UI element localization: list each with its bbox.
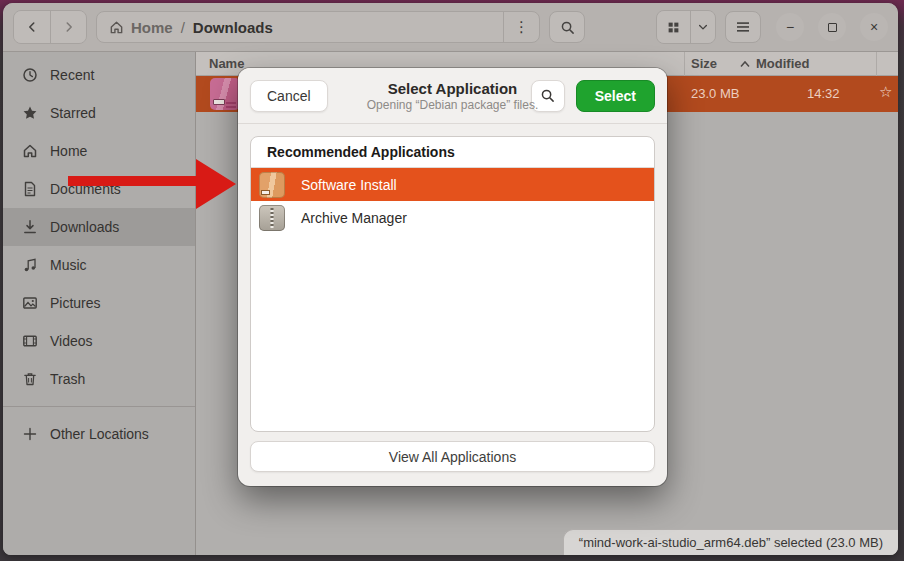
grid-view-button[interactable] bbox=[657, 11, 690, 43]
close-icon: × bbox=[870, 19, 878, 35]
headerbar: Home / Downloads ⋮ bbox=[3, 3, 898, 52]
desktop-background: Home / Downloads ⋮ bbox=[0, 0, 904, 561]
app-name-label: Archive Manager bbox=[301, 210, 407, 226]
path-options-button[interactable]: ⋮ bbox=[503, 12, 539, 42]
file-size: 23.0 MB bbox=[691, 86, 739, 101]
sidebar-item-downloads[interactable]: Downloads bbox=[3, 208, 195, 246]
kebab-menu-icon: ⋮ bbox=[514, 18, 529, 36]
column-size[interactable]: Size bbox=[691, 56, 717, 71]
chevron-right-icon bbox=[62, 20, 76, 34]
hamburger-menu-icon bbox=[736, 21, 750, 33]
breadcrumb: Home / Downloads bbox=[97, 19, 503, 36]
package-line-decoration bbox=[226, 102, 236, 104]
view-options-button[interactable] bbox=[690, 11, 715, 43]
column-divider bbox=[684, 52, 685, 76]
sidebar-item-label: Videos bbox=[50, 333, 93, 349]
sidebar-item-label: Trash bbox=[50, 371, 85, 387]
navigation-buttons bbox=[13, 10, 87, 44]
package-label-decoration bbox=[213, 99, 225, 105]
home-icon bbox=[22, 143, 38, 159]
dialog-headerbar: Cancel Select Application Opening “Debia… bbox=[238, 68, 667, 124]
home-icon bbox=[109, 20, 124, 35]
view-toggle-group bbox=[656, 10, 716, 44]
file-modified-time: 14:32 bbox=[807, 86, 840, 101]
select-button-label: Select bbox=[595, 88, 636, 104]
sidebar-item-label: Home bbox=[50, 143, 87, 159]
zipper-decoration bbox=[271, 208, 274, 228]
chevron-down-icon bbox=[697, 21, 709, 33]
archive-zip-icon bbox=[259, 205, 285, 231]
close-button[interactable]: × bbox=[860, 13, 888, 41]
breadcrumb-separator: / bbox=[181, 19, 185, 36]
column-name[interactable]: Name bbox=[209, 56, 244, 71]
document-icon bbox=[22, 181, 38, 197]
selection-status-bar: “mind-work-ai-studio_arm64.deb” selected… bbox=[563, 529, 898, 555]
recommended-applications-header: Recommended Applications bbox=[251, 137, 654, 168]
sidebar-item-label: Starred bbox=[50, 105, 96, 121]
sidebar-item-pictures[interactable]: Pictures bbox=[3, 284, 195, 322]
window-controls: − × bbox=[776, 13, 888, 41]
breadcrumb-home[interactable]: Home bbox=[109, 19, 173, 36]
package-label-decoration bbox=[261, 190, 270, 195]
maximize-button[interactable] bbox=[818, 13, 846, 41]
search-icon bbox=[560, 20, 575, 35]
sidebar-item-videos[interactable]: Videos bbox=[3, 322, 195, 360]
application-list: Recommended Applications Software Instal… bbox=[250, 136, 655, 432]
music-note-icon bbox=[22, 257, 38, 273]
sidebar-item-recent[interactable]: Recent bbox=[3, 56, 195, 94]
select-application-dialog: Cancel Select Application Opening “Debia… bbox=[238, 68, 667, 486]
star-icon bbox=[22, 105, 38, 121]
app-row-software-install[interactable]: Software Install bbox=[251, 168, 654, 201]
sidebar-item-label: Recent bbox=[50, 67, 94, 83]
sort-ascending-icon bbox=[740, 60, 750, 68]
minimize-button[interactable]: − bbox=[776, 13, 804, 41]
grid-view-icon bbox=[667, 21, 680, 34]
breadcrumb-current-label[interactable]: Downloads bbox=[193, 19, 273, 36]
breadcrumb-home-label: Home bbox=[131, 19, 173, 36]
view-all-button-label: View All Applications bbox=[389, 449, 516, 465]
film-icon bbox=[22, 333, 38, 349]
sidebar-item-label: Other Locations bbox=[50, 426, 149, 442]
sidebar-item-trash[interactable]: Trash bbox=[3, 360, 195, 398]
deb-package-file-icon bbox=[210, 78, 240, 110]
chevron-left-icon bbox=[25, 20, 39, 34]
sidebar-item-label: Music bbox=[50, 257, 87, 273]
column-modified[interactable]: Modified bbox=[756, 56, 809, 71]
path-bar[interactable]: Home / Downloads ⋮ bbox=[96, 11, 540, 43]
star-outline-icon[interactable]: ☆ bbox=[879, 83, 892, 101]
sidebar-item-starred[interactable]: Starred bbox=[3, 94, 195, 132]
dialog-title-block: Select Application Opening “Debian packa… bbox=[323, 80, 583, 112]
select-button[interactable]: Select bbox=[576, 80, 655, 112]
app-name-label: Software Install bbox=[301, 177, 397, 193]
sidebar-separator bbox=[3, 406, 195, 407]
view-all-applications-button[interactable]: View All Applications bbox=[250, 441, 655, 472]
sidebar-item-label: Downloads bbox=[50, 219, 119, 235]
trash-icon bbox=[22, 371, 38, 387]
minimize-icon: − bbox=[786, 19, 794, 35]
sidebar-item-music[interactable]: Music bbox=[3, 246, 195, 284]
sidebar-item-other-locations[interactable]: Other Locations bbox=[3, 415, 195, 453]
main-menu-button[interactable] bbox=[725, 11, 761, 43]
section-title-label: Recommended Applications bbox=[267, 144, 455, 160]
clock-icon bbox=[22, 67, 38, 83]
picture-icon bbox=[22, 295, 38, 311]
sidebar-item-documents[interactable]: Documents bbox=[3, 170, 195, 208]
back-button[interactable] bbox=[14, 11, 50, 43]
search-button[interactable] bbox=[549, 11, 585, 43]
cancel-button[interactable]: Cancel bbox=[250, 80, 328, 112]
forward-button[interactable] bbox=[50, 11, 86, 43]
selection-status-text: “mind-work-ai-studio_arm64.deb” selected… bbox=[579, 535, 883, 550]
app-row-archive-manager[interactable]: Archive Manager bbox=[251, 201, 654, 234]
sidebar-item-home[interactable]: Home bbox=[3, 132, 195, 170]
sidebar-item-label: Documents bbox=[50, 181, 121, 197]
sidebar-item-label: Pictures bbox=[50, 295, 101, 311]
dialog-subtitle: Opening “Debian package” files. bbox=[323, 98, 583, 112]
cancel-button-label: Cancel bbox=[267, 88, 311, 104]
column-divider bbox=[876, 52, 877, 76]
maximize-icon bbox=[828, 23, 837, 32]
download-icon bbox=[22, 219, 38, 235]
sidebar: Recent Starred Home Documents Downloads bbox=[3, 52, 196, 555]
plus-icon bbox=[22, 426, 38, 442]
deb-package-icon bbox=[259, 172, 285, 198]
dialog-title: Select Application bbox=[323, 80, 583, 97]
